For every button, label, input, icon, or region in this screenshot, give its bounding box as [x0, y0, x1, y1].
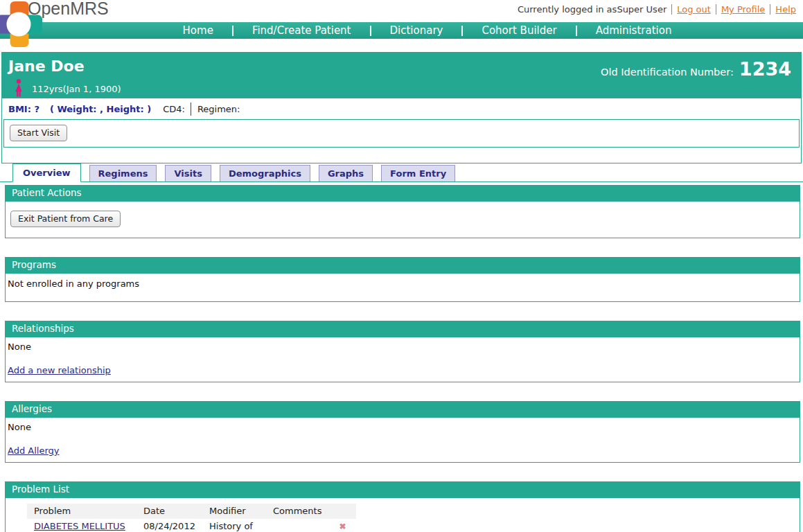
nav-item-administration[interactable]: Administration — [577, 24, 691, 37]
tab-visits[interactable]: Visits — [165, 165, 211, 181]
logout-link[interactable]: Log out — [677, 4, 711, 15]
section-patient-actions: Patient Actions Exit Patient from Care — [5, 185, 800, 238]
patient-name: Jane Doe — [8, 57, 85, 75]
my-profile-link[interactable]: My Profile — [721, 4, 765, 15]
col-date: Date — [136, 504, 202, 519]
exit-patient-from-care-button[interactable]: Exit Patient from Care — [10, 211, 121, 227]
nav-item-find-create-patient[interactable]: Find/Create Patient — [233, 24, 370, 37]
tab-regimens[interactable]: Regimens — [89, 165, 157, 181]
identifier-label: Old Identification Number: — [601, 66, 734, 78]
patient-tabs: Overview Regimens Visits Demographics Gr… — [0, 163, 803, 182]
spacer — [2, 148, 801, 163]
add-allergy-link[interactable]: Add Allergy — [8, 445, 797, 456]
col-actions — [328, 504, 356, 519]
remove-x-icon[interactable]: ✖ — [339, 522, 346, 531]
problem-date: 08/24/2012 — [136, 519, 202, 532]
section-title: Relationships — [5, 321, 800, 337]
section-programs: Programs Not enrolled in any programs — [5, 257, 800, 302]
tab-demographics[interactable]: Demographics — [220, 165, 310, 181]
vitals-row: BMI: ? ( Weight: , Height: ) CD4: Regime… — [2, 98, 801, 119]
divider — [716, 4, 716, 15]
section-title: Problem List — [5, 481, 800, 498]
female-icon — [14, 79, 24, 99]
section-title: Programs — [5, 257, 800, 274]
login-bar: Currently logged in asSuper User Log out… — [518, 4, 796, 15]
patient-age: 112yrs(Jan 1, 1900) — [32, 84, 121, 94]
weight-height-value: ( Weight: , Height: ) — [50, 104, 151, 114]
nav-item-home[interactable]: Home — [164, 24, 232, 37]
regimen-label: Regimen: — [197, 104, 240, 114]
problem-link[interactable]: DIABETES MELLITUS — [34, 521, 125, 531]
tab-overview[interactable]: Overview — [12, 163, 81, 182]
problem-modifier: History of — [202, 519, 266, 532]
add-relationship-link[interactable]: Add a new relationship — [8, 365, 797, 375]
nav-item-cohort-builder[interactable]: Cohort Builder — [463, 24, 575, 37]
table-header-row: Problem Date Modifier Comments — [27, 504, 356, 519]
divider — [671, 4, 672, 15]
col-modifier: Modifier — [202, 504, 266, 519]
divider — [770, 4, 770, 15]
tab-graphs[interactable]: Graphs — [319, 165, 373, 181]
section-title: Allergies — [5, 401, 800, 418]
help-link[interactable]: Help — [775, 4, 796, 15]
section-problem-list: Problem List Problem Date Modifier Comme… — [5, 481, 800, 532]
col-comments: Comments — [266, 504, 328, 519]
programs-empty-text: Not enrolled in any programs — [8, 278, 139, 289]
patient-banner: Jane Doe 112yrs(Jan 1, 1900) Old Identif… — [2, 53, 801, 98]
table-row: DIABETES MELLITUS 08/24/2012 History of … — [27, 519, 356, 532]
overview-content: Patient Actions Exit Patient from Care P… — [0, 180, 803, 532]
nav-item-dictionary[interactable]: Dictionary — [371, 24, 462, 37]
visit-box: Start Visit — [3, 119, 800, 148]
divider — [191, 103, 191, 116]
allergies-empty-text: None — [8, 422, 31, 432]
problem-table: Problem Date Modifier Comments DIABETES … — [27, 504, 356, 532]
openmrs-logo-icon — [0, 1, 42, 47]
tab-form-entry[interactable]: Form Entry — [381, 165, 455, 181]
start-visit-button[interactable]: Start Visit — [10, 125, 67, 141]
main-navbar: Home Find/Create Patient Dictionary Coho… — [0, 22, 803, 39]
cd4-label: CD4: — [163, 104, 185, 114]
logged-in-user: Super User — [617, 4, 667, 15]
section-title: Patient Actions — [5, 185, 800, 202]
patient-header-box: Jane Doe 112yrs(Jan 1, 1900) Old Identif… — [1, 52, 802, 163]
section-allergies: Allergies None Add Allergy — [5, 401, 800, 463]
relationships-empty-text: None — [8, 342, 31, 352]
bmi-value: BMI: ? — [8, 104, 39, 114]
section-relationships: Relationships None Add a new relationshi… — [5, 321, 800, 382]
identifier-value: 1234 — [739, 58, 791, 80]
patient-identifier: Old Identification Number: 1234 — [601, 58, 791, 80]
col-problem: Problem — [27, 504, 136, 519]
problem-comments — [266, 519, 328, 532]
logged-in-text: Currently logged in asSuper User — [518, 4, 667, 15]
